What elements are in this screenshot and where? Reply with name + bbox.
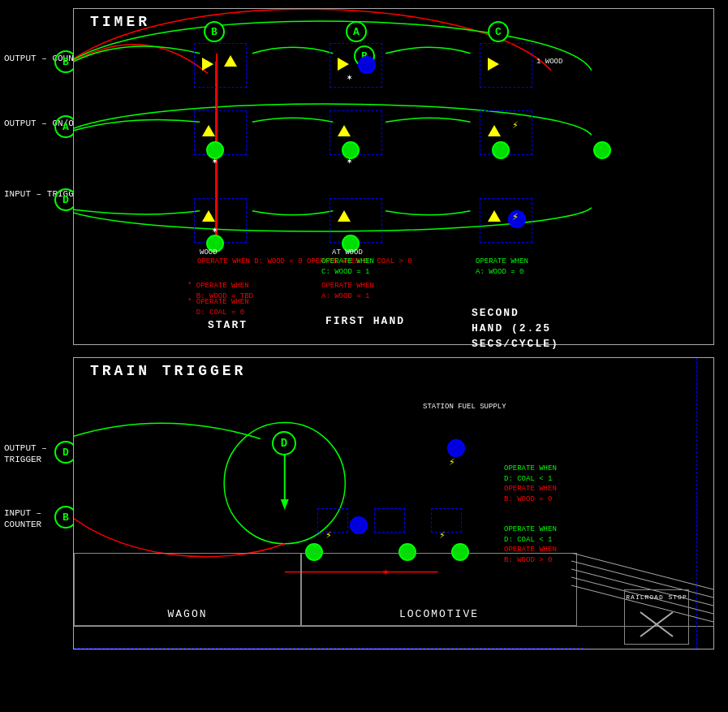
start-label: START <box>208 317 248 332</box>
anno-start-star2: * OPERATE WHEN D: COAL = 0 <box>187 297 249 317</box>
train-title: TRAIN TRIGGER <box>90 363 246 379</box>
train-panel: TRAIN TRIGGER D STATION FUEL SUPPLY ⚡ <box>73 357 714 649</box>
locomotive-label: LOCOMOTIVE <box>399 608 479 620</box>
bottom-line-train <box>74 626 713 627</box>
at-wood-label: AT WOOD <box>332 248 363 257</box>
label-input-counter: INPUT –COUNTER <box>4 507 41 531</box>
node-C-header: C <box>488 21 509 42</box>
timer-svg <box>74 9 713 344</box>
bolt-train-1: ⚡ <box>325 529 332 542</box>
train-box-1 <box>317 508 348 533</box>
tri-a-top-u <box>224 55 237 67</box>
railroad-stop-box: RAILROAD STOP <box>624 589 689 645</box>
wagon-box: WAGON <box>74 553 301 626</box>
bolt-c-bot: ⚡ <box>512 210 519 223</box>
tri-a-bot-u <box>202 210 215 222</box>
svg-marker-4 <box>281 499 289 510</box>
green-node-c-right <box>593 141 611 159</box>
tri-a-top-r <box>202 58 213 71</box>
railroad-x-icon <box>636 608 677 641</box>
bolt-station: ⚡ <box>449 455 455 468</box>
anno-start-red: OPERATE WHEN D: WOOD = 0 OPERATE WHEN D:… <box>197 257 412 267</box>
node-A-header: A <box>346 21 367 42</box>
timer-title: TIMER <box>90 14 150 30</box>
train-box-2 <box>374 508 405 533</box>
green-node-c-mid <box>492 141 510 159</box>
right-dashed-line <box>696 358 697 649</box>
anno-first-green: OPERATE WHENC: WOOD = 1 <box>321 257 374 277</box>
tri-a-mid-u <box>202 125 215 136</box>
tri-b-mid-u <box>338 125 351 136</box>
label-output-trigger: OUTPUT –TRIGGER <box>4 442 47 466</box>
train-box-3 <box>431 508 462 533</box>
blue-node-station <box>447 439 465 457</box>
second-hand-label: SECONDHAND (2.25SECS/CYCLE) <box>472 305 559 352</box>
bolt-c-mid: ⚡ <box>512 119 519 132</box>
svg-line-5 <box>571 553 713 589</box>
node-B-header-col: B <box>204 21 225 42</box>
first-hand-label: FIRST HAND <box>325 313 405 328</box>
station-fuel-supply: STATION FUEL SUPPLY <box>423 403 506 412</box>
tri-c-bot-u <box>488 210 501 222</box>
timer-panel: TIMER <box>73 8 714 345</box>
anno-train-top: OPERATE WHEND: COAL < 1 OPERATE WHENB: W… <box>504 464 557 504</box>
wood-label-a: WOOD <box>200 248 218 257</box>
tri-c-top-r <box>488 58 499 71</box>
blue-node-b <box>358 56 376 74</box>
bolt-train-2: ⚡ <box>439 529 446 542</box>
blue-node-train-1 <box>350 516 368 534</box>
tri-b-bot-u <box>338 210 351 222</box>
tri-c-mid-u <box>488 125 501 136</box>
locomotive-box: LOCOMOTIVE <box>302 553 577 626</box>
tri-b-top-r <box>338 58 349 71</box>
wagon-label: WAGON <box>167 608 207 620</box>
bottom-dashed-train <box>74 648 584 649</box>
person-icon-a-mid: ✶ <box>212 155 218 167</box>
person-icon-b-top: ✶ <box>347 71 352 84</box>
person-icon-b-mid: ✶ <box>347 155 352 167</box>
person-icon-a-bot: ✶ <box>212 224 218 236</box>
railroad-stop-label: RAILROAD STOP <box>626 593 687 601</box>
anno-first-red: OPERATE WHENA: WOOD = 1 <box>321 281 374 301</box>
wood-label-c: 1 WOOD <box>536 58 562 66</box>
node-D-train-center: D <box>272 431 296 455</box>
anno-second-green: OPERATE WHENA: WOOD = 0 <box>476 257 528 277</box>
main-container: OUTPUT – COUNTER OUTPUT – ON/OFF INPUT –… <box>0 0 728 712</box>
